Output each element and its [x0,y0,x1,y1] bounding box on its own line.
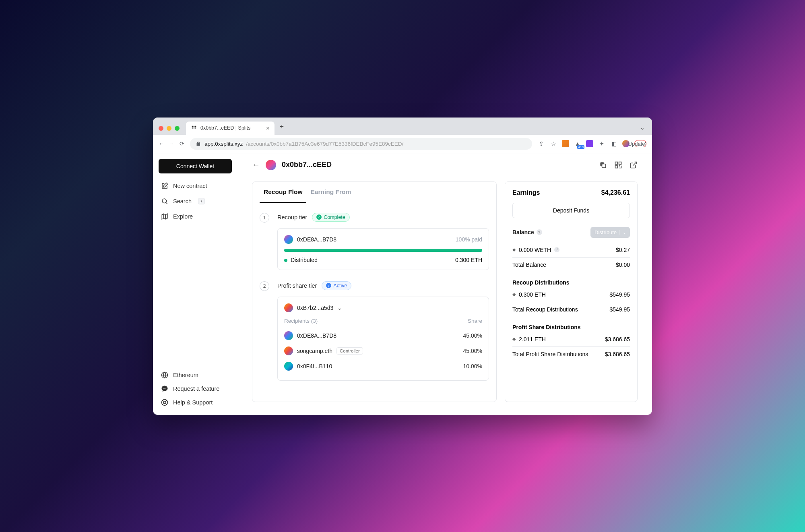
share-icon[interactable]: ⇪ [538,140,545,147]
profit-share-distributions-title: Profit Share Distributions [512,324,630,330]
progress-bar [284,249,482,252]
balance-row: ◆0.000 WETHi $0.27 [512,243,630,258]
page-title: 0x0bb7...cEED [282,161,332,169]
earnings-title: Earnings [512,189,540,196]
paid-percent: 100% paid [456,236,482,243]
eth-icon: ◆ [512,336,516,342]
close-tab-icon[interactable]: × [266,125,270,132]
status-badge-active: Active [322,281,351,290]
close-icon[interactable] [159,126,163,131]
address-avatar-icon [284,235,293,244]
recoup-total-row: Total Recoup Distributions $549.95 [512,302,630,317]
tier-1: 1 Recoup tier Complete [260,213,489,270]
map-icon [161,213,168,220]
tab-title: 0x0bb7...cEED | Splits [200,125,250,131]
page-header: ← 0x0bb7...cEED [252,160,638,170]
sidebar-item-help[interactable]: Help & Support [159,396,232,409]
more-icon[interactable]: ⋮ [643,140,648,147]
back-button[interactable]: ← [159,140,164,147]
svg-point-2 [195,126,196,127]
panel-icon[interactable]: ◧ [610,140,617,147]
address-avatar-icon [284,303,293,312]
search-shortcut: / [198,198,205,204]
timeline: 1 Recoup tier Complete [252,203,496,402]
recipient-row[interactable]: 0xDE8A...B7D8 45.00% [284,328,482,343]
browser-tab[interactable]: 0x0bb7...cEED | Splits × [186,122,275,135]
svg-point-8 [163,388,164,389]
extension-icon[interactable] [586,140,593,147]
svg-point-6 [162,199,167,203]
qr-icon[interactable] [614,161,622,169]
maximize-icon[interactable] [175,126,180,131]
info-icon[interactable]: i [554,247,559,252]
back-icon[interactable]: ← [252,160,260,169]
eth-icon: ◆ [512,292,516,297]
tier2-address[interactable]: 0xB7b2...a5d3 [297,305,333,311]
sidebar-item-explore[interactable]: Explore [159,210,232,223]
svg-rect-14 [602,164,606,167]
sidebar-item-network[interactable]: Ethereum [159,368,232,382]
svg-point-10 [165,388,166,389]
nav-controls: ← → ⟳ [159,140,184,147]
chevron-down-icon[interactable]: ⌄ [337,305,342,311]
help-icon [161,399,168,406]
tab-recoup-flow[interactable]: Recoup Flow [260,182,306,203]
distributed-label: Distributed [284,257,318,263]
search-icon [161,198,168,205]
recoup-distributions-title: Recoup Distributions [512,279,630,286]
forward-button[interactable]: → [169,140,175,147]
extensions-icon[interactable]: ✦ [598,140,605,147]
external-link-icon[interactable] [630,161,638,169]
lock-icon: 🔒︎ [196,141,201,147]
reload-button[interactable]: ⟳ [180,140,184,147]
ps-eth-row: ◆2.011 ETH $3,686.65 [512,332,630,347]
controller-badge: Controller [336,347,363,355]
update-button[interactable]: Update ⋮ [634,140,646,147]
recipient-row[interactable]: songcamp.eth Controller 45.00% [284,343,482,359]
tab-earning-from[interactable]: Earning From [306,182,355,203]
edit-icon [161,182,168,190]
distributed-amount: 0.300 ETH [455,257,482,263]
content-grid: Recoup Flow Earning From 1 Recoup tier C… [252,181,638,402]
svg-point-5 [195,128,196,129]
address-avatar-icon [284,331,293,340]
sidebar-item-request-feature[interactable]: Request a feature [159,382,232,396]
favicon-icon [191,125,197,131]
sidebar-item-new-contract[interactable]: New contract [159,179,232,193]
tabs-overflow-icon[interactable]: ⌄ [640,124,646,135]
svg-rect-16 [619,162,621,164]
tier1-address[interactable]: 0xDE8A...B7D8 [297,236,336,243]
address-bar[interactable]: 🔒︎ app.0xsplits.xyz/accounts/0x0bb7a1B75… [190,138,532,150]
url-path: /accounts/0x0bb7a1B75Ac3e679d77E5336fDEB… [246,141,403,147]
main-content: ← 0x0bb7...cEED Recoup Flow Earning From [237,153,652,415]
svg-point-4 [194,128,195,129]
extension-icons: ⇪ ☆ ▲ ✦ ◧ Update ⋮ [538,140,646,147]
new-tab-button[interactable]: ＋ [279,122,285,135]
svg-point-0 [192,126,193,127]
tier-title: Profit share tier [277,282,317,289]
tier-number: 1 [260,213,269,223]
chevron-down-icon[interactable]: ⌄ [619,230,626,235]
ps-total-row: Total Profit Share Distributions $3,686.… [512,347,630,361]
extension-badge-icon[interactable]: ▲ [574,140,581,147]
deposit-funds-button[interactable]: Deposit Funds [512,203,630,218]
help-icon[interactable]: ? [537,229,542,235]
svg-rect-17 [615,165,618,168]
recoup-eth-row: ◆0.300 ETH $549.95 [512,287,630,302]
address-avatar-icon [284,346,293,355]
distribute-button[interactable]: Distribute ⌄ [590,227,630,238]
copy-icon[interactable] [599,161,607,169]
connect-wallet-button[interactable]: Connect Wallet [159,159,232,173]
tier-card: 0xB7b2...a5d3 ⌄ Recipients (3) Share [277,297,489,381]
app: Connect Wallet New contract Search / Exp… [153,153,652,415]
recipient-row[interactable]: 0x0F4f...B110 10.00% [284,359,482,374]
sidebar-item-search[interactable]: Search / [159,194,232,208]
bookmark-icon[interactable]: ☆ [550,140,557,147]
minimize-icon[interactable] [167,126,171,131]
tabs: Recoup Flow Earning From [252,182,496,203]
share-label: Share [468,318,482,324]
flow-card: Recoup Flow Earning From 1 Recoup tier C… [252,181,497,402]
earnings-total: $4,236.61 [601,189,630,196]
address-avatar-icon [284,362,293,371]
metamask-icon[interactable] [562,140,569,147]
